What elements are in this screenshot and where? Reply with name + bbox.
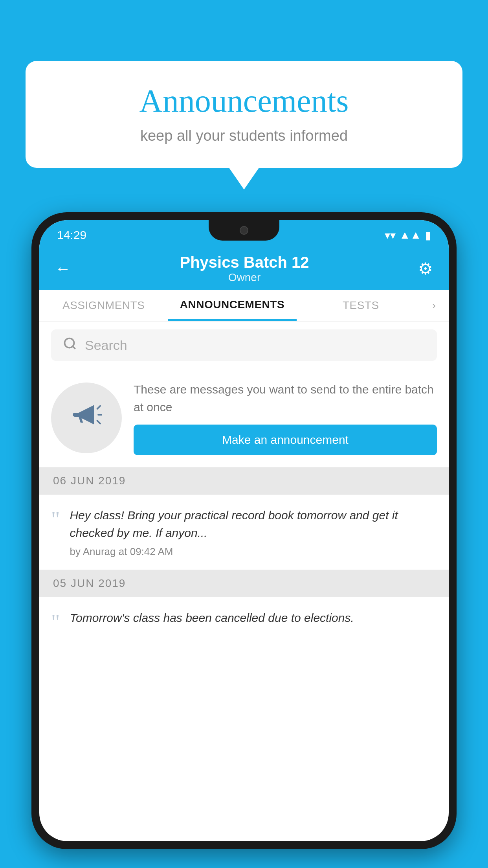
speech-bubble-section: Announcements keep all your students inf… bbox=[26, 61, 462, 189]
announcement-text-2: Tomorrow's class has been cancelled due … bbox=[70, 609, 437, 627]
search-container: Search bbox=[39, 322, 449, 369]
phone-container: 14:29 ▾▾ ▲▲ ▮ ← Physics Batch 12 Owner ⚙ bbox=[31, 212, 457, 868]
announcement-meta-1: by Anurag at 09:42 AM bbox=[70, 546, 437, 558]
tab-more[interactable]: › bbox=[425, 299, 449, 312]
tab-assignments[interactable]: ASSIGNMENTS bbox=[39, 290, 168, 321]
battery-icon: ▮ bbox=[425, 229, 431, 242]
date-separator-1: 06 JUN 2019 bbox=[39, 467, 449, 495]
bubble-title: Announcements bbox=[53, 83, 435, 120]
signal-icon: ▲▲ bbox=[400, 229, 421, 241]
tabs-bar: ASSIGNMENTS ANNOUNCEMENTS TESTS › bbox=[39, 290, 449, 322]
status-time: 14:29 bbox=[57, 228, 86, 242]
svg-line-1 bbox=[73, 346, 75, 349]
svg-line-2 bbox=[97, 406, 101, 409]
speech-bubble-arrow bbox=[229, 168, 259, 189]
quote-icon-2: " bbox=[51, 611, 60, 633]
announcement-desc: These are messages you want to send to t… bbox=[134, 381, 437, 416]
quote-icon-1: " bbox=[51, 508, 60, 530]
make-announcement-button[interactable]: Make an announcement bbox=[134, 425, 437, 455]
phone-notch bbox=[209, 220, 279, 241]
date-separator-2: 05 JUN 2019 bbox=[39, 570, 449, 597]
header-center: Physics Batch 12 Owner bbox=[180, 254, 309, 284]
announcement-prompt: These are messages you want to send to t… bbox=[39, 369, 449, 467]
phone-screen: 14:29 ▾▾ ▲▲ ▮ ← Physics Batch 12 Owner ⚙ bbox=[39, 220, 449, 841]
back-button[interactable]: ← bbox=[55, 260, 71, 278]
announcement-text-1: Hey class! Bring your practical record b… bbox=[70, 506, 437, 542]
announcement-item-2[interactable]: " Tomorrow's class has been cancelled du… bbox=[39, 597, 449, 644]
announcement-item-1[interactable]: " Hey class! Bring your practical record… bbox=[39, 495, 449, 570]
tab-announcements[interactable]: ANNOUNCEMENTS bbox=[168, 290, 296, 321]
svg-line-4 bbox=[97, 421, 101, 424]
app-header: ← Physics Batch 12 Owner ⚙ bbox=[39, 247, 449, 290]
gear-icon[interactable]: ⚙ bbox=[418, 259, 433, 278]
megaphone-icon bbox=[71, 399, 102, 437]
speech-bubble: Announcements keep all your students inf… bbox=[26, 61, 462, 168]
svg-point-0 bbox=[65, 338, 74, 348]
status-icons: ▾▾ ▲▲ ▮ bbox=[385, 229, 431, 242]
announcement-right: These are messages you want to send to t… bbox=[134, 381, 437, 455]
header-subtitle: Owner bbox=[180, 271, 309, 284]
phone-frame: 14:29 ▾▾ ▲▲ ▮ ← Physics Batch 12 Owner ⚙ bbox=[31, 212, 457, 849]
search-placeholder: Search bbox=[85, 338, 127, 353]
search-bar[interactable]: Search bbox=[51, 329, 437, 361]
header-title: Physics Batch 12 bbox=[180, 254, 309, 271]
wifi-icon: ▾▾ bbox=[385, 229, 396, 242]
announcement-content-1: Hey class! Bring your practical record b… bbox=[70, 506, 437, 558]
search-icon bbox=[63, 337, 77, 354]
bubble-subtitle: keep all your students informed bbox=[53, 127, 435, 144]
tab-tests[interactable]: TESTS bbox=[297, 290, 425, 321]
announcement-icon-circle bbox=[51, 383, 122, 453]
camera-dot bbox=[240, 226, 248, 235]
announcement-content-2: Tomorrow's class has been cancelled due … bbox=[70, 609, 437, 631]
